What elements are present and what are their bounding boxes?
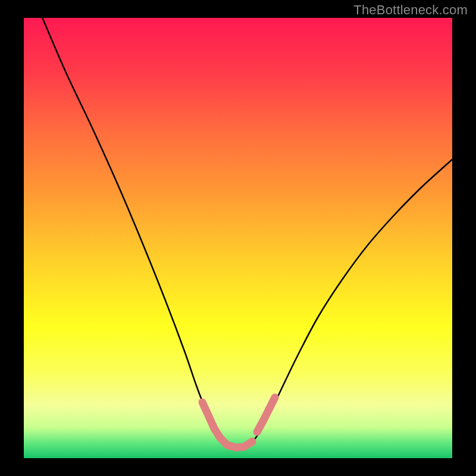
plot-area: [24, 16, 452, 458]
pink-segment: [244, 441, 252, 447]
gradient-background: [24, 18, 452, 458]
chart-svg: [0, 0, 476, 476]
watermark-text: TheBottleneck.com: [353, 2, 468, 18]
pink-segment: [269, 397, 275, 409]
chart-stage: TheBottleneck.com: [0, 0, 476, 476]
